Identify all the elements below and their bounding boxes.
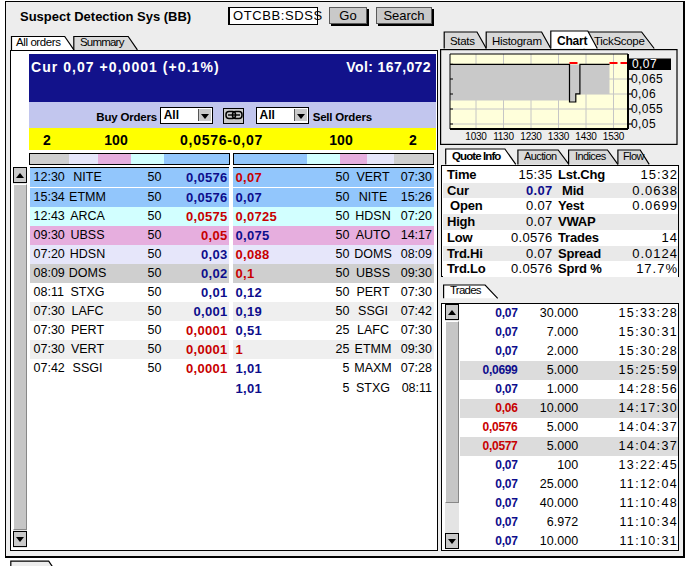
svg-text:1430: 1430	[575, 131, 597, 142]
svg-text:0,06: 0,06	[631, 87, 656, 101]
svg-text:All orders: All orders	[16, 36, 61, 48]
svg-text:Auction: Auction	[524, 150, 557, 162]
svg-text:1130: 1130	[493, 131, 514, 142]
svg-text:Chart: Chart	[557, 34, 588, 48]
svg-text:Indices: Indices	[575, 150, 607, 162]
svg-text:1530: 1530	[603, 131, 625, 142]
svg-text:TickScope: TickScope	[594, 35, 645, 47]
svg-text:Trades: Trades	[450, 284, 482, 296]
svg-text:Quote Info: Quote Info	[452, 150, 501, 162]
svg-text:Summary: Summary	[80, 36, 125, 48]
svg-text:1330: 1330	[548, 131, 570, 142]
svg-text:1030: 1030	[465, 131, 487, 142]
svg-text:0,065: 0,065	[631, 72, 663, 86]
svg-text:Stats: Stats	[450, 35, 475, 47]
svg-text:0,055: 0,055	[631, 102, 663, 116]
svg-text:1230: 1230	[520, 131, 542, 142]
svg-text:0,05: 0,05	[631, 117, 656, 131]
svg-text:Flow: Flow	[623, 150, 644, 162]
svg-text:0,07: 0,07	[632, 57, 657, 71]
svg-text:Histogram: Histogram	[492, 35, 542, 47]
